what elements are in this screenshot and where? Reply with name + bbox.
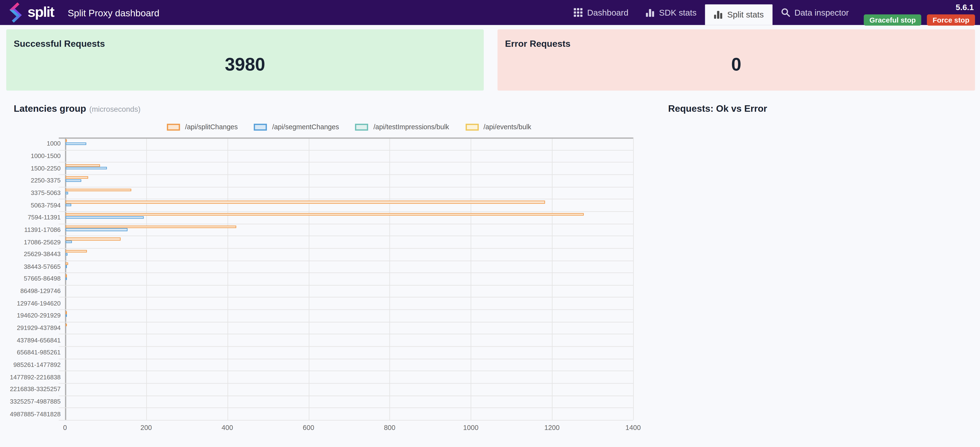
bar bbox=[66, 324, 67, 326]
bar bbox=[66, 216, 144, 219]
gridline bbox=[59, 273, 633, 274]
gridline bbox=[59, 383, 633, 384]
gridline bbox=[552, 137, 553, 420]
bar bbox=[66, 188, 131, 191]
bar bbox=[66, 238, 120, 240]
bar bbox=[66, 314, 67, 317]
latencies-title-unit: (microseconds) bbox=[89, 105, 140, 114]
y-tick-label: 2250-3375 bbox=[0, 174, 61, 186]
y-tick-label: 4987885-7481828 bbox=[0, 408, 61, 420]
gridline bbox=[471, 137, 471, 420]
legend-item[interactable]: /api/splitChanges bbox=[167, 123, 238, 130]
x-tick-label: 600 bbox=[303, 424, 314, 431]
latencies-chart: 10001000-15001500-22502250-33753375-5063… bbox=[0, 137, 644, 420]
bar bbox=[66, 142, 86, 145]
gridline bbox=[59, 162, 633, 163]
card-value: 0 bbox=[498, 54, 975, 75]
bar bbox=[66, 201, 545, 204]
gridline bbox=[59, 408, 633, 409]
x-tick-label: 1000 bbox=[463, 424, 479, 431]
x-tick-label: 400 bbox=[222, 424, 233, 431]
tab-label: Split stats bbox=[727, 10, 764, 19]
requests-section-title: Requests: Ok vs Error bbox=[668, 103, 767, 114]
card-title: Error Requests bbox=[505, 39, 571, 49]
bar bbox=[66, 204, 72, 207]
header: split Split Proxy dashboard Dashboard bbox=[0, 0, 980, 25]
gridline bbox=[59, 248, 633, 249]
y-tick-label: 38443-57665 bbox=[0, 260, 61, 272]
x-axis: 0200400600800100012001400 bbox=[0, 424, 644, 435]
tab-label: SDK stats bbox=[659, 8, 697, 17]
error-requests-card: Error Requests 0 bbox=[498, 29, 975, 91]
x-tick-label: 1400 bbox=[625, 424, 641, 431]
y-tick-label: 291929-437894 bbox=[0, 321, 61, 334]
card-value: 3980 bbox=[6, 54, 484, 75]
y-tick-label: 5063-7594 bbox=[0, 199, 61, 211]
bar-chart-icon bbox=[646, 8, 654, 16]
version-label: 5.6.1 bbox=[956, 2, 974, 12]
page-title: Split Proxy dashboard bbox=[68, 7, 159, 18]
chart-legend: /api/splitChanges/api/segmentChanges/api… bbox=[65, 123, 633, 130]
gridline bbox=[228, 137, 228, 420]
bar bbox=[66, 275, 67, 277]
gridline bbox=[309, 137, 309, 420]
legend-swatch bbox=[167, 124, 180, 130]
search-icon bbox=[781, 8, 790, 17]
y-tick-label: 1477892-2216838 bbox=[0, 371, 61, 383]
x-tick-label: 800 bbox=[384, 424, 396, 431]
bar bbox=[66, 140, 67, 142]
gridline bbox=[146, 137, 147, 420]
force-stop-button[interactable]: Force stop bbox=[927, 14, 975, 25]
legend-label: /api/testImpressions/bulk bbox=[374, 123, 449, 130]
tab-data-inspector[interactable]: Data inspector bbox=[773, 0, 858, 25]
y-tick-label: 1000 bbox=[0, 137, 61, 150]
bar bbox=[66, 179, 81, 182]
y-tick-label: 1000-1500 bbox=[0, 150, 61, 162]
y-tick-label: 437894-656841 bbox=[0, 334, 61, 346]
y-tick-label: 194620-291929 bbox=[0, 309, 61, 321]
gridline bbox=[633, 137, 634, 420]
x-tick-label: 1200 bbox=[544, 424, 560, 431]
successful-requests-card: Successful Requests 3980 bbox=[6, 29, 484, 91]
bar bbox=[66, 164, 100, 167]
legend-swatch bbox=[254, 124, 267, 130]
bar bbox=[66, 253, 68, 256]
y-tick-label: 17086-25629 bbox=[0, 236, 61, 248]
split-logo-icon bbox=[8, 2, 24, 22]
legend-item[interactable]: /api/testImpressions/bulk bbox=[355, 123, 449, 130]
graceful-stop-button[interactable]: Graceful stop bbox=[864, 14, 921, 25]
bar bbox=[66, 241, 72, 243]
legend-swatch bbox=[355, 124, 368, 130]
plot-top-border bbox=[59, 137, 633, 138]
gridline bbox=[390, 137, 390, 420]
main-nav: Dashboard SDK stats Split stats bbox=[565, 0, 858, 25]
gridline bbox=[59, 309, 633, 310]
bar bbox=[66, 167, 107, 170]
tab-dashboard[interactable]: Dashboard bbox=[565, 0, 637, 25]
gridline bbox=[59, 395, 633, 396]
legend-item[interactable]: /api/segmentChanges bbox=[254, 123, 339, 130]
legend-item[interactable]: /api/events/bulk bbox=[465, 123, 531, 130]
gridline bbox=[59, 236, 633, 237]
tab-sdk-stats[interactable]: SDK stats bbox=[637, 0, 705, 25]
bar bbox=[66, 213, 584, 216]
y-tick-label: 985261-1477892 bbox=[0, 358, 61, 371]
tab-split-stats[interactable]: Split stats bbox=[705, 4, 773, 25]
gridline bbox=[59, 260, 633, 261]
x-tick-label: 0 bbox=[63, 424, 67, 431]
tab-label: Dashboard bbox=[587, 8, 628, 17]
legend-label: /api/splitChanges bbox=[185, 123, 238, 130]
bar bbox=[66, 226, 236, 228]
gridline bbox=[59, 211, 633, 212]
gridline bbox=[59, 174, 633, 175]
x-tick-label: 200 bbox=[140, 424, 152, 431]
bar bbox=[66, 228, 127, 231]
y-tick-label: 57665-86498 bbox=[0, 273, 61, 285]
y-tick-label: 656841-985261 bbox=[0, 346, 61, 358]
card-title: Successful Requests bbox=[14, 39, 105, 49]
grid-icon bbox=[574, 8, 582, 17]
gridline bbox=[59, 150, 633, 150]
latencies-section-title: Latencies group(microseconds) bbox=[14, 103, 140, 114]
bar-chart-icon bbox=[714, 11, 723, 19]
bar bbox=[66, 262, 68, 265]
